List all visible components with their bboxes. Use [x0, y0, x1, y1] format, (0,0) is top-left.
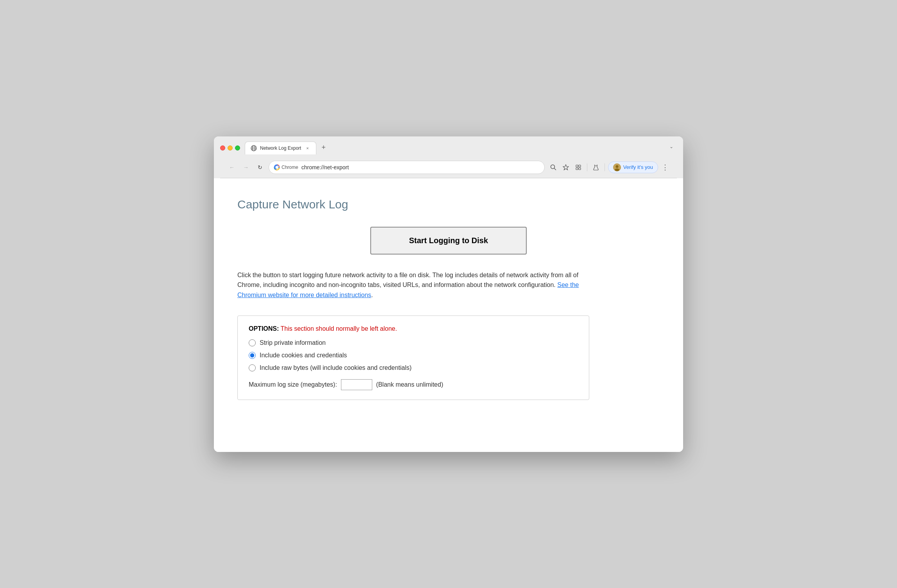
search-icon [550, 164, 556, 170]
back-button[interactable]: ← [226, 162, 237, 173]
extension-icon-button[interactable] [573, 162, 584, 173]
radio-strip-label: Strip private information [260, 339, 326, 346]
max-size-hint: (Blank means unlimited) [376, 381, 443, 388]
menu-button[interactable]: ⋮ [660, 162, 671, 173]
minimize-traffic-light[interactable] [228, 145, 233, 151]
radio-strip-input[interactable] [249, 339, 256, 346]
radio-raw[interactable]: Include raw bytes (will include cookies … [249, 364, 578, 371]
options-header: OPTIONS: This section should normally be… [249, 325, 578, 332]
max-size-row: Maximum log size (megabytes): (Blank mea… [249, 379, 578, 390]
close-traffic-light[interactable] [220, 145, 225, 151]
star-icon-button[interactable] [560, 162, 571, 173]
start-logging-button[interactable]: Start Logging to Disk [370, 227, 527, 255]
options-label: OPTIONS: [249, 325, 279, 332]
forward-button[interactable]: → [240, 162, 251, 173]
title-bar-top: Network Log Export × + ⌄ [220, 141, 677, 155]
page-title: Capture Network Log [237, 198, 660, 211]
radio-raw-input[interactable] [249, 364, 256, 371]
max-size-label: Maximum log size (megabytes): [249, 381, 337, 388]
description-after-link: . [371, 292, 373, 298]
reload-button[interactable]: ↻ [255, 162, 266, 173]
active-tab[interactable]: Network Log Export × [245, 142, 316, 154]
site-name-label: Chrome [282, 165, 298, 170]
radio-strip[interactable]: Strip private information [249, 339, 578, 346]
toolbar-divider [587, 163, 587, 171]
extension-icon [575, 164, 581, 170]
svg-rect-10 [576, 165, 578, 167]
svg-rect-12 [576, 168, 578, 170]
radio-cookies[interactable]: Include cookies and credentials [249, 352, 578, 359]
title-bar: Network Log Export × + ⌄ ← → ↻ [214, 136, 683, 178]
search-icon-button[interactable] [548, 162, 559, 173]
browser-window: Network Log Export × + ⌄ ← → ↻ [214, 136, 683, 452]
toolbar: ← → ↻ Chrome [220, 158, 677, 178]
verify-avatar [613, 163, 621, 171]
chrome-logo-icon [274, 164, 280, 170]
tab-title: Network Log Export [260, 145, 301, 151]
toolbar-actions: Verify it's you ⋮ [548, 161, 671, 173]
svg-line-8 [554, 168, 556, 170]
star-icon [563, 164, 569, 170]
maximize-traffic-light[interactable] [235, 145, 240, 151]
page-content: Capture Network Log Start Logging to Dis… [214, 178, 683, 452]
options-box: OPTIONS: This section should normally be… [237, 316, 589, 400]
radio-raw-label: Include raw bytes (will include cookies … [260, 364, 412, 371]
options-warning: This section should normally be left alo… [281, 325, 397, 332]
svg-rect-13 [579, 168, 581, 170]
site-name-badge: Chrome [274, 164, 298, 170]
radio-cookies-label: Include cookies and credentials [260, 352, 347, 359]
svg-point-16 [615, 165, 618, 168]
chevron-down-button[interactable]: ⌄ [666, 141, 677, 152]
new-tab-button[interactable]: + [318, 142, 329, 153]
tab-favicon [251, 145, 257, 151]
verify-label: Verify it's you [623, 164, 653, 170]
flask-icon-button[interactable] [590, 162, 601, 173]
description-before-link: Click the button to start logging future… [237, 272, 578, 289]
traffic-lights [220, 145, 240, 151]
verify-button[interactable]: Verify it's you [608, 161, 658, 173]
window-controls-right: ⌄ [666, 141, 677, 152]
radio-cookies-input[interactable] [249, 352, 256, 359]
url-text: chrome://net-export [301, 164, 540, 170]
toolbar-divider-2 [605, 163, 605, 171]
svg-rect-11 [579, 165, 581, 167]
tabs-row: Network Log Export × + [245, 142, 661, 154]
svg-marker-9 [563, 165, 569, 170]
tab-close-button[interactable]: × [304, 145, 310, 151]
flask-icon [593, 164, 599, 170]
description-text: Click the button to start logging future… [237, 270, 589, 300]
radio-group: Strip private information Include cookie… [249, 339, 578, 371]
max-size-input[interactable] [341, 379, 372, 390]
address-bar[interactable]: Chrome chrome://net-export [269, 161, 545, 174]
